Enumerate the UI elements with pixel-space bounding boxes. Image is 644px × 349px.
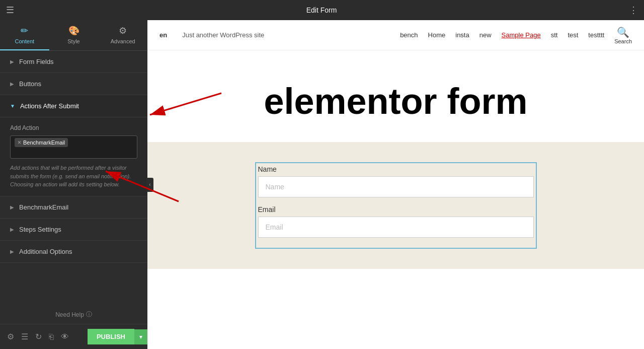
tab-style-label: Style	[67, 38, 79, 44]
history-icon[interactable]: ↻	[35, 332, 42, 341]
responsive-icon[interactable]: ⎗	[49, 332, 54, 341]
form-section: Name Email	[147, 142, 644, 269]
actions-after-submit-label: Actions After Submit	[20, 102, 79, 110]
nav-link-new[interactable]: new	[479, 31, 492, 39]
sidebar-content: ▶ Form Fields ▶ Buttons ▼ Actions After …	[0, 51, 147, 349]
search-label: Search	[614, 38, 632, 44]
section-buttons[interactable]: ▶ Buttons	[0, 73, 147, 95]
section-steps-settings[interactable]: ▶ Steps Settings	[0, 219, 147, 241]
content-tab-icon: ✏	[21, 25, 28, 36]
chevron-additional: ▶	[10, 249, 14, 254]
page-content: elementor form Name Email	[147, 50, 644, 349]
layers-icon[interactable]: ☰	[21, 332, 28, 341]
form-field-email-label: Email	[258, 205, 534, 214]
nav-link-home[interactable]: Home	[428, 31, 446, 39]
site-lang: en	[159, 31, 167, 39]
tab-content[interactable]: ✏ Content	[0, 20, 49, 50]
form-field-name-label: Name	[258, 165, 534, 173]
nav-link-sample-page[interactable]: Sample Page	[502, 31, 541, 39]
tag-value: BenchmarkEmail	[23, 139, 65, 146]
need-help-section: Need Help ⓘ	[0, 306, 147, 323]
section-actions-after-submit: ▼ Actions After Submit Add Action × Benc…	[0, 95, 147, 196]
actions-after-submit-body: Add Action × BenchmarkEmail Add actions …	[0, 117, 147, 196]
help-icon: ⓘ	[86, 310, 92, 319]
nav-link-insta[interactable]: insta	[455, 31, 469, 39]
top-bar: ☰ Edit Form ⋮	[0, 0, 644, 20]
form-title-section: elementor form	[147, 50, 644, 142]
bottom-icons: ⚙ ☰ ↻ ⎗ 👁	[0, 332, 88, 341]
chevron-steps: ▶	[10, 227, 14, 232]
actions-helper-text: Add actions that will be performed after…	[10, 164, 137, 189]
section-additional-options[interactable]: ▶ Additional Options	[0, 241, 147, 263]
nav-link-test[interactable]: test	[568, 31, 578, 39]
collapse-sidebar-handle[interactable]: ‹	[146, 178, 153, 192]
section-form-fields[interactable]: ▶ Form Fields	[0, 51, 147, 73]
hamburger-icon[interactable]: ☰	[6, 5, 14, 16]
tab-advanced[interactable]: ⚙ Advanced	[98, 20, 147, 50]
section-benchmark-email[interactable]: ▶ BenchmarkEmail	[0, 196, 147, 219]
nav-links: bench Home insta new Sample Page stt tes…	[400, 26, 632, 44]
top-bar-title: Edit Form	[14, 6, 629, 14]
advanced-tab-icon: ⚙	[119, 25, 127, 36]
tab-content-label: Content	[15, 38, 35, 44]
chevron-actions: ▼	[10, 103, 15, 109]
section-buttons-label: Buttons	[19, 80, 41, 88]
wordpress-nav: en Just another WordPress site bench Hom…	[147, 20, 644, 50]
form-main-title: elementor form	[157, 81, 634, 122]
section-benchmark-label: BenchmarkEmail	[19, 203, 68, 211]
style-tab-icon: 🎨	[68, 25, 79, 36]
search-button[interactable]: 🔍 Search	[614, 26, 632, 44]
tab-style[interactable]: 🎨 Style	[49, 20, 99, 50]
form-wrapper: Name Email	[255, 162, 537, 249]
main-layout: ✏ Content 🎨 Style ⚙ Advanced ▶ Form Fiel…	[0, 20, 644, 349]
grid-icon[interactable]: ⋮	[629, 5, 638, 16]
nav-link-testttt[interactable]: testttt	[588, 31, 604, 39]
site-logo: en	[159, 31, 167, 39]
site-name: Just another WordPress site	[182, 31, 264, 39]
need-help-label: Need Help	[55, 311, 84, 318]
section-additional-label: Additional Options	[19, 248, 72, 255]
section-steps-label: Steps Settings	[19, 226, 61, 233]
publish-button[interactable]: PUBLISH	[88, 329, 134, 344]
search-icon: 🔍	[617, 26, 629, 38]
add-action-label: Add Action	[10, 124, 137, 131]
settings-icon[interactable]: ⚙	[7, 332, 14, 341]
section-form-fields-label: Form Fields	[19, 58, 54, 65]
chevron-form-fields: ▶	[10, 59, 14, 64]
sidebar-tabs: ✏ Content 🎨 Style ⚙ Advanced	[0, 20, 147, 51]
main-content: en Just another WordPress site bench Hom…	[147, 20, 644, 349]
actions-after-submit-header[interactable]: ▼ Actions After Submit	[0, 95, 147, 117]
sidebar-bottom: ⚙ ☰ ↻ ⎗ 👁 PUBLISH ▾	[0, 324, 147, 349]
add-action-input[interactable]	[15, 149, 90, 156]
chevron-benchmark: ▶	[10, 204, 14, 210]
form-field-name: Name	[258, 165, 534, 197]
form-input-name[interactable]	[258, 176, 534, 197]
need-help-link[interactable]: Need Help ⓘ	[0, 306, 147, 323]
publish-arrow-button[interactable]: ▾	[134, 329, 147, 344]
form-field-email: Email	[258, 205, 534, 238]
chevron-buttons: ▶	[10, 81, 14, 87]
nav-link-stt[interactable]: stt	[551, 31, 558, 39]
form-input-email[interactable]	[258, 217, 534, 238]
tab-advanced-label: Advanced	[111, 38, 135, 44]
nav-link-bench[interactable]: bench	[400, 31, 418, 39]
tag-input-container[interactable]: × BenchmarkEmail	[10, 135, 137, 159]
preview-icon[interactable]: 👁	[61, 332, 69, 341]
tag-benchmark-email[interactable]: × BenchmarkEmail	[15, 138, 68, 147]
sidebar: ✏ Content 🎨 Style ⚙ Advanced ▶ Form Fiel…	[0, 20, 147, 349]
tag-remove-icon[interactable]: ×	[18, 139, 21, 146]
form-box: Name Email	[258, 165, 534, 238]
